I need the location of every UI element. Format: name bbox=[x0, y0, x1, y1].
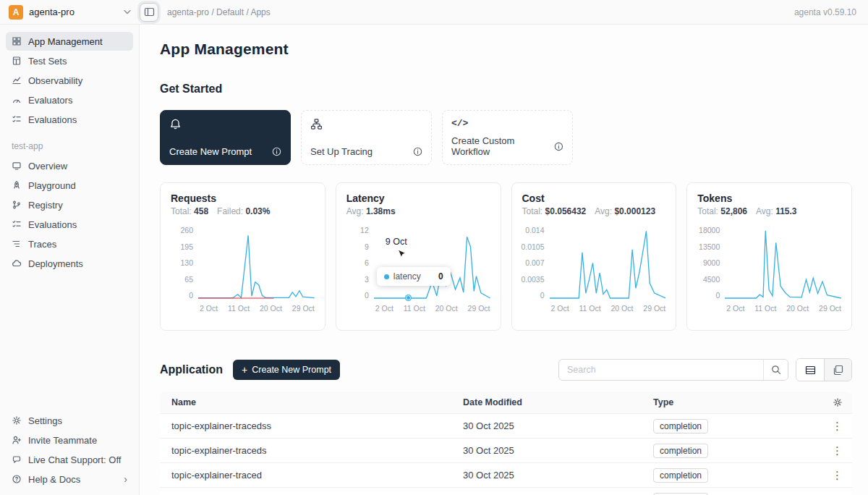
chart-title: Cost bbox=[522, 192, 666, 204]
stat-value: 115.3 bbox=[775, 206, 796, 216]
table-row[interactable]: career-assessment 27 Oct 2025 completion… bbox=[160, 488, 852, 495]
tooltip-value: 0 bbox=[438, 271, 443, 282]
app-name[interactable]: topic-explainer-tracedss bbox=[160, 420, 451, 431]
table-row[interactable]: topic-explainer-traceds 30 Oct 2025 comp… bbox=[160, 439, 852, 463]
column-settings-button[interactable] bbox=[822, 397, 852, 407]
sidebar-item-settings[interactable]: Settings bbox=[6, 411, 133, 430]
sidebar-item-label: Evaluators bbox=[28, 95, 72, 106]
info-icon[interactable] bbox=[413, 147, 422, 156]
cost-chart[interactable]: 0.0140.01050.0070.003502 Oct11 Oct20 Oct… bbox=[522, 226, 666, 313]
sidebar-item-label: Evaluations bbox=[28, 219, 77, 230]
chevron-down-icon bbox=[124, 9, 131, 14]
row-menu-button[interactable]: ⋮ bbox=[822, 444, 852, 457]
sidebar-item-invite-teammate[interactable]: Invite Teammate bbox=[6, 431, 133, 449]
requests-chart[interactable]: 2601951306502 Oct11 Oct20 Oct29 Oct bbox=[171, 226, 315, 313]
help-icon bbox=[12, 474, 22, 484]
search-icon bbox=[771, 365, 781, 375]
stat-label: Total: bbox=[171, 206, 192, 216]
create-custom-workflow-card[interactable]: </> Create Custom Workflow bbox=[442, 110, 573, 165]
tooltip-date: 9 Oct bbox=[386, 237, 407, 247]
stat-value: 1.38ms bbox=[366, 206, 396, 216]
table-row[interactable]: topic-explainer-traced 30 Oct 2025 compl… bbox=[160, 463, 852, 488]
table-row[interactable]: topic-explainer-tracedss 30 Oct 2025 com… bbox=[160, 414, 852, 439]
breadcrumb[interactable]: agenta-pro / Default / Apps bbox=[167, 7, 271, 17]
table-view-button[interactable] bbox=[796, 359, 824, 381]
app-name[interactable]: topic-explainer-traced bbox=[160, 470, 451, 481]
stat-label: Avg: bbox=[756, 206, 773, 216]
sidebar-item-label: Deployments bbox=[28, 258, 83, 269]
mouse-cursor-icon bbox=[397, 249, 407, 259]
search-button[interactable] bbox=[763, 360, 788, 380]
type-badge: completion bbox=[653, 419, 708, 433]
view-toggle bbox=[796, 358, 852, 381]
tracing-icon bbox=[310, 118, 323, 130]
evaluators-icon bbox=[12, 95, 22, 105]
sidebar-item-deployments[interactable]: Deployments bbox=[6, 254, 133, 273]
evaluations-icon bbox=[12, 219, 22, 229]
invite-icon bbox=[12, 435, 22, 445]
test-sets-icon bbox=[12, 56, 22, 66]
sidebar-item-label: Traces bbox=[28, 239, 56, 250]
sidebar-panel-icon bbox=[144, 7, 155, 17]
table-header-row: Name Date Modified Type bbox=[160, 392, 852, 414]
metrics-charts: Requests Total: 458 Failed: 0.03% 260195… bbox=[160, 182, 852, 331]
card-label: Create New Prompt bbox=[169, 146, 252, 157]
sidebar-item-overview[interactable]: Overview bbox=[6, 156, 133, 175]
overview-icon bbox=[12, 161, 22, 171]
stat-label: Avg: bbox=[595, 206, 612, 216]
applications-table: Name Date Modified Type topic-explainer-… bbox=[160, 392, 852, 495]
sidebar-app-section-label: test-app bbox=[12, 141, 127, 151]
hovered-data-point bbox=[406, 295, 411, 300]
sidebar-item-evaluators[interactable]: Evaluators bbox=[6, 90, 133, 109]
info-icon[interactable] bbox=[272, 147, 281, 156]
sidebar-item-label: Playground bbox=[28, 180, 76, 191]
sidebar-item-live-chat[interactable]: Live Chat Support: Off bbox=[6, 450, 133, 469]
sidebar: App Management Test Sets Observability E… bbox=[0, 25, 140, 495]
column-header-name[interactable]: Name bbox=[160, 397, 451, 407]
chart-title: Latency bbox=[346, 192, 490, 204]
sidebar-item-label: Evaluations bbox=[28, 114, 77, 125]
card-label: Set Up Tracing bbox=[310, 146, 373, 157]
set-up-tracing-card[interactable]: Set Up Tracing bbox=[301, 110, 432, 165]
app-name[interactable]: topic-explainer-traceds bbox=[160, 445, 451, 456]
sidebar-item-app-management[interactable]: App Management bbox=[6, 32, 133, 51]
sidebar-toggle-button[interactable] bbox=[140, 3, 158, 22]
create-new-prompt-button[interactable]: + Create New Prompt bbox=[233, 360, 340, 380]
info-icon[interactable] bbox=[554, 142, 563, 151]
card-view-button[interactable] bbox=[824, 359, 851, 381]
stat-value: $0.000123 bbox=[614, 206, 655, 216]
requests-chart-card: Requests Total: 458 Failed: 0.03% 260195… bbox=[160, 182, 326, 331]
workspace-avatar: A bbox=[9, 5, 23, 20]
stat-value: 52,806 bbox=[720, 206, 747, 216]
table-view-icon bbox=[805, 365, 816, 376]
sidebar-item-label: Live Chat Support: Off bbox=[28, 454, 121, 465]
sidebar-item-registry[interactable]: Registry bbox=[6, 195, 133, 214]
chart-tooltip: latency 0 bbox=[377, 267, 451, 286]
row-menu-button[interactable]: ⋮ bbox=[822, 420, 852, 433]
bell-icon bbox=[169, 118, 182, 130]
sidebar-item-traces[interactable]: Traces bbox=[6, 234, 133, 253]
main-content: App Management Get Started Create New Pr… bbox=[140, 25, 868, 495]
sidebar-item-evaluations[interactable]: Evaluations bbox=[6, 110, 133, 129]
column-header-type[interactable]: Type bbox=[642, 397, 822, 407]
gear-icon bbox=[12, 415, 22, 426]
tokens-chart[interactable]: 18000135009000450002 Oct11 Oct20 Oct29 O… bbox=[697, 226, 841, 313]
workspace-selector[interactable]: A agenta-pro bbox=[0, 5, 140, 20]
sidebar-item-help-docs[interactable]: Help & Docs › bbox=[6, 470, 133, 488]
sidebar-item-evaluations-app[interactable]: Evaluations bbox=[6, 215, 133, 234]
application-title: Application bbox=[160, 363, 223, 376]
code-icon: </> bbox=[451, 118, 563, 129]
stat-value: 458 bbox=[194, 206, 208, 216]
tokens-chart-card: Tokens Total: 52,806 Avg: 115.3 18000135… bbox=[686, 182, 852, 331]
topbar: A agenta-pro agenta-pro / Default / Apps… bbox=[0, 0, 868, 25]
sidebar-item-playground[interactable]: Playground bbox=[6, 176, 133, 195]
row-menu-button[interactable]: ⋮ bbox=[822, 469, 852, 482]
sidebar-item-observability[interactable]: Observability bbox=[6, 71, 133, 90]
column-header-date-modified[interactable]: Date Modified bbox=[451, 397, 642, 407]
sidebar-item-label: Test Sets bbox=[28, 56, 67, 67]
chevron-right-icon: › bbox=[124, 474, 127, 484]
create-new-prompt-card[interactable]: Create New Prompt bbox=[160, 110, 291, 165]
sidebar-item-label: Invite Teammate bbox=[28, 435, 97, 446]
search-input[interactable] bbox=[559, 360, 763, 380]
sidebar-item-test-sets[interactable]: Test Sets bbox=[6, 51, 133, 70]
